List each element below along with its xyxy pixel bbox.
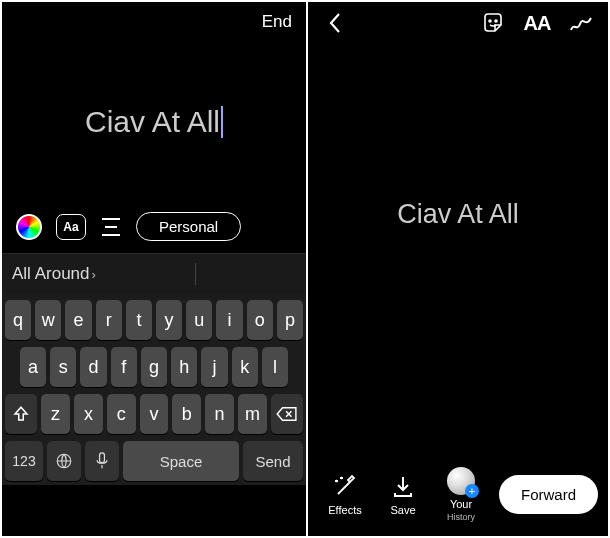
story-create-screen: End Ciav At All Aa Personal All Around› …: [2, 2, 306, 536]
svg-point-2: [489, 20, 491, 22]
suggestion-divider: [195, 263, 196, 285]
download-icon: [392, 472, 414, 502]
key-v[interactable]: v: [140, 394, 169, 434]
keyboard: qwertyuiop asdfghjkl zxcvbnm 123 Space S…: [2, 294, 306, 485]
font-style-button[interactable]: Aa: [56, 214, 86, 240]
forward-button[interactable]: Forward: [499, 475, 598, 514]
key-r[interactable]: r: [96, 300, 122, 340]
done-button[interactable]: End: [262, 12, 292, 32]
draw-icon[interactable]: [568, 10, 594, 36]
key-d[interactable]: d: [80, 347, 106, 387]
key-h[interactable]: h: [171, 347, 197, 387]
key-q[interactable]: q: [5, 300, 31, 340]
key-o[interactable]: o: [247, 300, 273, 340]
story-text: Ciav At All: [85, 105, 220, 139]
send-key[interactable]: Send: [243, 441, 303, 481]
globe-key[interactable]: [47, 441, 81, 481]
key-a[interactable]: a: [20, 347, 46, 387]
avatar-icon: +: [447, 466, 475, 496]
effects-icon: [332, 472, 358, 502]
key-x[interactable]: x: [74, 394, 103, 434]
key-m[interactable]: m: [238, 394, 267, 434]
align-center-icon[interactable]: [100, 218, 122, 236]
key-i[interactable]: i: [216, 300, 242, 340]
shift-key[interactable]: [5, 394, 37, 434]
mention-pill-button[interactable]: Personal: [136, 212, 241, 241]
svg-point-3: [495, 20, 497, 22]
preview-text: Ciav At All: [397, 199, 519, 230]
key-l[interactable]: l: [262, 347, 288, 387]
backspace-key[interactable]: [271, 394, 303, 434]
chevron-right-icon: ›: [92, 267, 96, 282]
key-s[interactable]: s: [50, 347, 76, 387]
mic-key[interactable]: [85, 441, 119, 481]
key-u[interactable]: u: [186, 300, 212, 340]
space-key[interactable]: Space: [123, 441, 239, 481]
save-button[interactable]: Save: [376, 472, 430, 516]
key-c[interactable]: c: [107, 394, 136, 434]
svg-rect-1: [100, 453, 105, 463]
preview-top-bar: AA: [308, 2, 608, 44]
preview-bottom-bar: Effects Save + Your History Forward: [308, 466, 608, 522]
key-k[interactable]: k: [232, 347, 258, 387]
text-tool-button[interactable]: AA: [524, 10, 550, 36]
key-w[interactable]: w: [35, 300, 61, 340]
top-bar: End: [2, 2, 306, 32]
back-button[interactable]: [322, 10, 348, 36]
effects-button[interactable]: Effects: [318, 472, 372, 516]
key-n[interactable]: n: [205, 394, 234, 434]
key-t[interactable]: t: [126, 300, 152, 340]
color-picker-icon[interactable]: [16, 214, 42, 240]
key-j[interactable]: j: [201, 347, 227, 387]
key-e[interactable]: e: [65, 300, 91, 340]
key-p[interactable]: p: [277, 300, 303, 340]
text-tool-row: Aa Personal: [2, 212, 306, 253]
plus-badge-icon: +: [465, 484, 479, 498]
text-cursor: [221, 106, 223, 138]
key-b[interactable]: b: [172, 394, 201, 434]
text-input-area[interactable]: Ciav At All: [2, 32, 306, 212]
keyboard-suggestion-bar[interactable]: All Around›: [2, 253, 306, 294]
sticker-icon[interactable]: [480, 10, 506, 36]
your-story-button[interactable]: + Your History: [434, 466, 488, 522]
key-y[interactable]: y: [156, 300, 182, 340]
suggestion-word[interactable]: All Around: [12, 264, 90, 284]
preview-text-area: Ciav At All: [308, 44, 608, 384]
numeric-key[interactable]: 123: [5, 441, 43, 481]
story-preview-screen: AA Ciav At All Effects Save + Your Hist: [308, 2, 608, 536]
key-f[interactable]: f: [111, 347, 137, 387]
key-z[interactable]: z: [41, 394, 70, 434]
key-g[interactable]: g: [141, 347, 167, 387]
